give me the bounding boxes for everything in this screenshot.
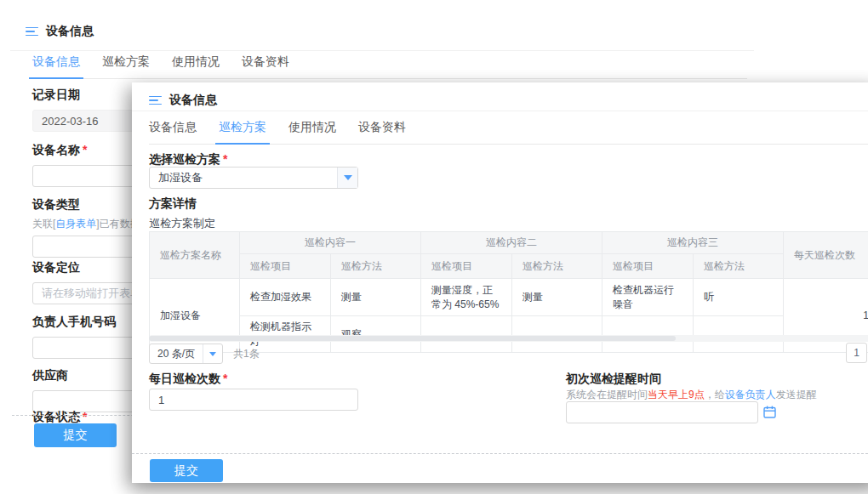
front-tab-device-info[interactable]: 设备信息 <box>149 120 197 144</box>
required-asterisk: * <box>223 372 227 385</box>
menu-icon <box>26 27 38 37</box>
cell-c2-method <box>512 316 602 353</box>
plan-table-label: 巡检方案制定 <box>149 216 215 231</box>
plan-select-label: 选择巡检方案 <box>149 152 220 166</box>
chevron-down-icon <box>344 175 352 180</box>
menu-icon <box>149 96 162 105</box>
front-tab-inspection-plan[interactable]: 巡检方案 <box>219 120 266 144</box>
cell-c2-method: 测量 <box>512 279 602 316</box>
col-subheader-method: 巡检方法 <box>694 254 784 279</box>
col-header-daily-count: 每天巡检次数 <box>784 232 868 279</box>
back-window-title-text: 设备信息 <box>46 24 94 39</box>
col-group-content-2: 巡检内容二 <box>421 232 602 254</box>
cell-c1-item: 检查加湿效果 <box>240 279 331 316</box>
dropdown-arrow-box[interactable] <box>337 168 357 188</box>
back-tab-device-info[interactable]: 设备信息 <box>32 54 80 78</box>
page-size-select[interactable]: 20 条/页 <box>149 344 223 364</box>
self-form-link[interactable]: 自身表单 <box>55 218 96 230</box>
col-subheader-item: 巡检项目 <box>240 254 331 279</box>
back-tab-inspection-plan[interactable]: 巡检方案 <box>102 54 150 78</box>
page-number-button[interactable]: 1 <box>846 343 867 363</box>
plan-details-heading: 方案详情 <box>149 196 197 212</box>
cell-c3-item: 检查机器运行噪音 <box>602 279 694 316</box>
device-owner-link[interactable]: 设备负责人 <box>725 389 776 400</box>
front-submit-separator <box>132 453 868 454</box>
front-tab-device-docs[interactable]: 设备资料 <box>358 120 406 144</box>
back-window-title: 设备信息 <box>26 24 94 39</box>
col-subheader-method: 巡检方法 <box>331 254 421 279</box>
plan-select-dropdown[interactable]: 加湿设备 <box>149 167 358 189</box>
page-size-value: 20 条/页 <box>150 344 203 363</box>
screen: 设备信息 设备信息 巡检方案 使用情况 设备资料 记录日期 2022-03-16… <box>0 0 868 494</box>
divider <box>10 50 754 51</box>
back-tab-device-docs[interactable]: 设备资料 <box>242 54 289 78</box>
device-info-window-front: 设备信息 设备信息 巡检方案 使用情况 设备资料 选择巡检方案* 加湿设备 方案… <box>132 82 868 483</box>
cell-c1-method: 测量 <box>331 279 421 316</box>
calendar-icon[interactable] <box>762 405 777 419</box>
back-tab-usage[interactable]: 使用情况 <box>172 54 220 78</box>
reminder-helper-text: 系统会在提醒时间当天早上9点，给设备负责人发送提醒 <box>566 388 817 402</box>
front-window-title: 设备信息 <box>149 93 217 108</box>
back-submit-button[interactable]: 提交 <box>34 423 117 447</box>
table-horizontal-scrollbar[interactable] <box>149 335 868 342</box>
scrollbar-thumb[interactable] <box>149 336 676 341</box>
front-tab-bar: 设备信息 巡检方案 使用情况 设备资料 <box>149 120 868 145</box>
reminder-time-highlight: 当天早上9点 <box>648 389 705 400</box>
col-group-content-1: 巡检内容一 <box>240 232 421 254</box>
cell-c1-method: 观察 <box>331 316 421 353</box>
cell-c3-method: 听 <box>694 279 784 316</box>
col-subheader-item: 巡检项目 <box>602 254 694 279</box>
reminder-time-label: 初次巡检提醒时间 <box>566 372 661 387</box>
dropdown-arrow-box[interactable] <box>203 344 222 363</box>
device-name-label: 设备名称 <box>32 143 80 156</box>
pagination: 20 条/页 共1条 <box>149 344 260 364</box>
front-window-title-text: 设备信息 <box>169 93 217 108</box>
front-submit-button[interactable]: 提交 <box>150 459 223 482</box>
back-tab-bar: 设备信息 巡检方案 使用情况 设备资料 <box>32 54 747 79</box>
col-group-content-3: 巡检内容三 <box>602 232 784 254</box>
pagination-total: 共1条 <box>233 347 260 361</box>
front-tab-usage[interactable]: 使用情况 <box>288 120 336 144</box>
col-header-plan-name: 巡检方案名称 <box>150 232 240 279</box>
table-row: 加湿设备 检查加湿效果 测量 测量湿度，正常为 45%-65% 测量 检查机器运… <box>150 279 868 316</box>
chevron-down-icon <box>209 352 216 356</box>
cell-c2-item: 测量湿度，正常为 45%-65% <box>421 279 512 316</box>
col-subheader-item: 巡检项目 <box>421 254 512 279</box>
required-asterisk: * <box>83 410 87 423</box>
divider <box>132 111 868 111</box>
device-status-label: 设备状态 <box>32 410 80 423</box>
cell-c2-item <box>421 316 512 353</box>
required-asterisk: * <box>83 143 87 156</box>
plan-select-value: 加湿设备 <box>150 168 337 188</box>
col-subheader-method: 巡检方法 <box>512 254 602 279</box>
reminder-time-input[interactable] <box>566 401 758 423</box>
cell-c3-item <box>602 316 694 353</box>
daily-count-input[interactable]: 1 <box>149 389 358 411</box>
required-asterisk: * <box>223 152 227 166</box>
daily-count-label: 每日巡检次数 <box>149 372 220 385</box>
cell-c3-method <box>694 316 784 353</box>
